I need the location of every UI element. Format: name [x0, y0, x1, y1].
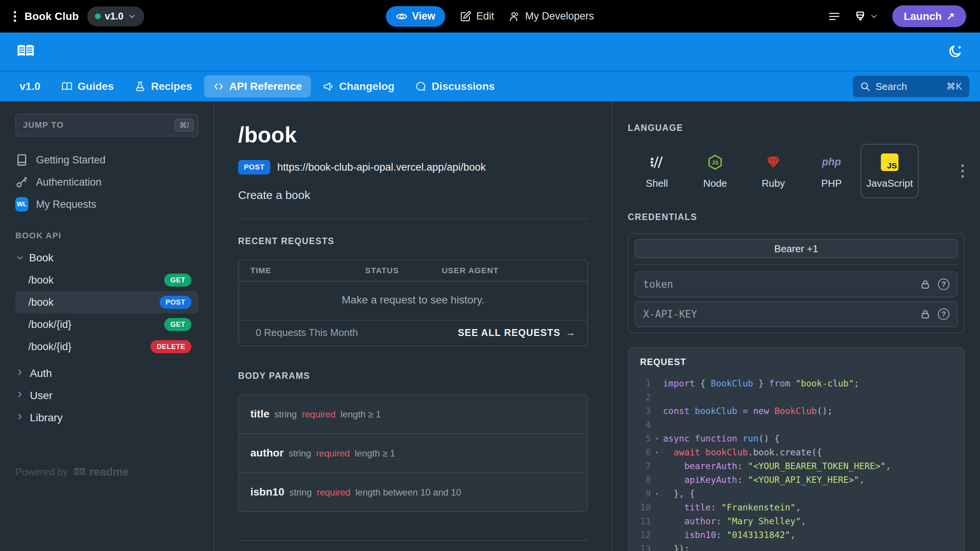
code-text: isbn10: "0143131842", — [663, 528, 964, 542]
my-developers-label: My Developers — [525, 10, 594, 22]
edit-button[interactable]: Edit — [460, 10, 494, 22]
megaphone-icon — [323, 81, 334, 92]
dark-mode-toggle-moon-icon[interactable] — [947, 44, 963, 60]
nav-tab-guides[interactable]: Guides — [52, 75, 123, 98]
table-column-user-agent: USER AGENT — [442, 266, 576, 275]
sidebar-item-authentication[interactable]: Authentication — [15, 171, 198, 193]
language-option-shell[interactable]: Shell — [628, 144, 686, 198]
nav-version-label[interactable]: v1.0 — [11, 75, 49, 98]
sidebar-group-user[interactable]: User — [15, 385, 198, 407]
fold-arrow-icon[interactable]: ▾ — [651, 487, 663, 500]
code-text — [663, 418, 964, 432]
paintbrush-icon — [854, 10, 866, 23]
param-required: required — [302, 409, 335, 420]
method-badge-get: GET — [164, 274, 191, 287]
nav-tab-discussions[interactable]: Discussions — [406, 75, 503, 98]
readme-book-icon — [73, 467, 86, 478]
sidebar-endpoint-get[interactable]: /bookGET — [15, 269, 198, 291]
bearer-auth-button[interactable]: Bearer +1 — [635, 239, 958, 258]
line-number: 2 — [629, 390, 651, 404]
project-menu-icon[interactable] — [14, 11, 16, 22]
sidebar-item-label: Getting Started — [36, 154, 106, 166]
param-row-author: authorstringrequiredlength ≥ 1 — [239, 433, 587, 472]
hub-navbar: v1.0 GuidesRecipesAPI ReferenceChangelog… — [0, 71, 980, 101]
readme-logo: readme — [73, 466, 129, 478]
launch-button[interactable]: Launch ↗ — [892, 5, 966, 27]
param-row-title: titlestringrequiredlength ≥ 1 — [239, 395, 587, 433]
line-number: 4 — [629, 418, 651, 432]
code-editor[interactable]: 1import { BookClub } from "book-club";23… — [629, 377, 964, 551]
sidebar-item-my-requests[interactable]: WLMy Requests — [15, 193, 198, 215]
language-option-ruby[interactable]: Ruby — [744, 144, 802, 198]
search-box[interactable]: ⌘K — [853, 76, 969, 97]
sidebar-group-auth[interactable]: Auth — [15, 362, 198, 385]
divider — [635, 264, 958, 265]
topbar-left: Book Club v1.0 — [14, 7, 144, 26]
javascript-icon: JS — [881, 153, 898, 171]
sidebar-item-getting-started[interactable]: Getting Started — [15, 149, 198, 171]
language-option-javascript[interactable]: JSJavaScript — [861, 144, 919, 198]
chevron-right-icon — [15, 412, 24, 424]
sidebar-group-book[interactable]: Book — [15, 247, 198, 269]
version-dropdown[interactable]: v1.0 — [87, 7, 145, 26]
token-field[interactable]: ? — [635, 271, 958, 297]
hub-logo-book-icon[interactable] — [16, 43, 35, 60]
chevron-down-icon — [15, 253, 24, 262]
chevron-right-icon — [15, 367, 24, 380]
see-all-requests-link[interactable]: SEE ALL REQUESTS → — [458, 327, 576, 338]
sidebar-endpoint-delete[interactable]: /book/{id}DELETE — [15, 336, 198, 358]
sidebar-endpoint-post[interactable]: /bookPOST — [15, 291, 198, 313]
code-text: import { BookClub } from "book-club"; — [663, 377, 964, 390]
speech-bubble-icon — [415, 81, 426, 92]
api-key-input[interactable] — [643, 308, 913, 320]
fold-arrow-icon[interactable]: ▾ — [651, 445, 663, 459]
help-icon[interactable]: ? — [938, 279, 949, 290]
code-line: 5▾async function run() { — [629, 432, 964, 445]
endpoint-url[interactable]: https://book-club-api-opal.vercel.app/ap… — [277, 161, 486, 173]
node-icon: JS — [707, 153, 723, 171]
topbar-right: Launch ↗ — [828, 5, 966, 27]
divider — [238, 540, 588, 541]
code-line: 13 }); — [629, 542, 964, 551]
try-it-panel: LANGUAGE ShellJSNodeRubyphpPHPJSJavaScri… — [612, 101, 980, 551]
nav-tab-changelog[interactable]: Changelog — [314, 75, 403, 98]
code-text: const bookClub = new BookClub(); — [663, 404, 964, 418]
code-text: title: "Frankenstein", — [663, 500, 964, 514]
code-text: bearerAuth: "<YOUR_BEARER_TOKEN_HERE>", — [663, 459, 964, 473]
content-area: ⌘/ Getting StartedAuthenticationWLMy Req… — [0, 101, 980, 551]
nav-tab-api-reference[interactable]: API Reference — [204, 75, 311, 98]
fold-arrow-icon[interactable]: ▾ — [651, 432, 663, 445]
recent-requests-heading: RECENT REQUESTS — [238, 236, 588, 246]
log-lines-icon[interactable] — [828, 10, 840, 23]
view-button[interactable]: View — [386, 6, 445, 27]
jump-to-input[interactable] — [23, 120, 175, 130]
search-input[interactable] — [875, 81, 941, 93]
powered-by[interactable]: Powered by readme — [15, 466, 198, 478]
language-option-php[interactable]: phpPHP — [802, 144, 861, 198]
sidebar-group-library[interactable]: Library — [15, 407, 198, 429]
my-developers-button[interactable]: My Developers — [509, 10, 594, 22]
api-key-field[interactable]: ? — [635, 301, 958, 327]
more-languages-icon[interactable] — [961, 165, 964, 178]
jump-to-search[interactable]: ⌘/ — [15, 114, 198, 137]
users-icon — [509, 11, 520, 22]
line-number: 5 — [629, 432, 651, 445]
param-constraint: length ≥ 1 — [341, 409, 381, 420]
param-constraint: length ≥ 1 — [355, 448, 395, 459]
edit-label: Edit — [476, 10, 494, 22]
endpoint-path: /book — [28, 274, 54, 286]
appearance-dropdown[interactable] — [854, 10, 879, 23]
code-text: apiKeyAuth: "<YOUR_API_KEY_HERE>", — [663, 473, 964, 487]
help-icon[interactable]: ? — [938, 308, 949, 320]
sidebar-endpoint-get[interactable]: /book/{id}GET — [15, 313, 198, 336]
method-badge-delete: DELETE — [150, 340, 191, 353]
version-label: v1.0 — [105, 11, 124, 22]
param-name: isbn10 — [250, 486, 284, 498]
code-text — [663, 390, 964, 404]
token-input[interactable] — [643, 279, 913, 290]
code-line: 9▾ }, { — [629, 487, 964, 500]
table-column-time: TIME — [250, 266, 365, 275]
language-option-node[interactable]: JSNode — [686, 144, 744, 198]
language-label: Shell — [646, 178, 668, 189]
nav-tab-recipes[interactable]: Recipes — [126, 75, 201, 98]
